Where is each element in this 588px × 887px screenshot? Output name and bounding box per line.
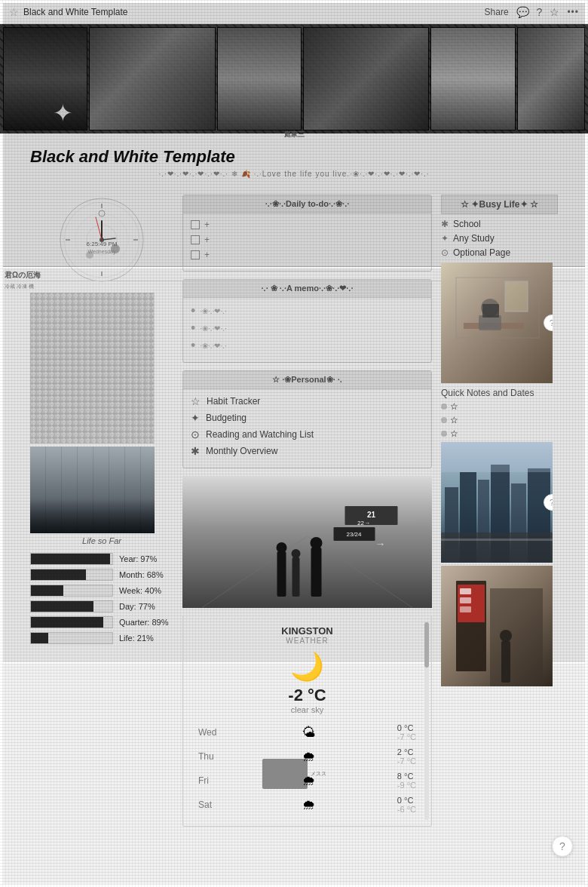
svg-rect-55 [490,588,543,686]
svg-text:23/24: 23/24 [346,531,362,538]
weather-icon-1: 🌤 [302,725,316,741]
svg-point-27 [277,542,287,553]
weather-day-3: Fri [198,775,221,786]
svg-rect-50 [460,588,471,594]
weather-desc: clear sky [192,705,422,714]
weather-day-1: Wed [198,727,221,738]
weather-day-2: Thu [198,751,221,762]
weather-label: WEATHER [192,637,422,645]
svg-rect-38 [505,281,528,312]
weather-row-thu: Thu 🌧 2 °C -7 °C [192,744,422,769]
weather-temps-3: 8 °C -9 °C [397,772,416,790]
weather-day-4: Sat [198,800,221,810]
weather-inner: KINGSTON WEATHER 🌙 -2 °C clear sky Wed 🌤… [183,616,431,826]
main-content: 6:25:49 PM Wednesday 庭家三 君Ωの厄海 冷蔵 冷凍 機 メ… [0,195,588,827]
station-photo: 21 22→ 23/24 → [182,476,432,608]
weather-icon-4: 🌧 [302,797,316,813]
city-photo: ? [441,442,553,563]
weather-city: KINGSTON [192,625,422,637]
vending-photo [441,566,553,686]
help-button-fixed[interactable]: ? [552,836,573,857]
left-column: 6:25:49 PM Wednesday 庭家三 君Ωの厄海 冷蔵 冷凍 機 メ… [30,195,173,827]
svg-rect-45 [441,533,553,563]
weather-icon-main: 🌙 [192,651,422,683]
svg-text:22→: 22→ [357,520,370,526]
svg-text:21: 21 [367,511,376,519]
svg-rect-51 [460,597,471,603]
weather-scrollbar[interactable] [424,622,429,820]
weather-widget: KINGSTON WEATHER 🌙 -2 °C clear sky Wed 🌤… [182,615,432,827]
svg-rect-47 [441,442,553,472]
weather-temp: -2 °C [192,686,422,705]
svg-line-20 [308,536,413,608]
weather-row-sat: Sat 🌧 0 °C -6 °C [192,793,422,817]
svg-point-31 [311,537,323,549]
svg-text:→: → [375,538,386,550]
svg-rect-30 [311,548,322,597]
weather-row-wed: Wed 🌤 0 °C -7 °C [192,720,422,744]
weather-row-fri: Fri 🌧 8 °C -9 °C [192,769,422,793]
svg-rect-46 [441,539,553,541]
weather-icon-3: 🌧 [302,773,316,789]
svg-line-19 [202,536,308,608]
svg-rect-52 [460,606,471,612]
weather-temps-1: 0 °C -7 °C [397,723,416,741]
svg-rect-37 [482,304,499,318]
weather-icon-2: 🌧 [302,749,316,765]
svg-point-29 [292,549,301,558]
weather-temps-4: 0 °C -6 °C [397,796,416,814]
svg-rect-26 [277,551,286,597]
svg-rect-28 [292,557,300,597]
office-photo: ? [441,262,553,383]
bridge-photo [30,447,155,533]
newspaper-photo: 庭家三 君Ωの厄海 冷蔵 冷凍 機 メスス [30,293,155,444]
weather-temps-2: 2 °C -7 °C [397,747,416,766]
